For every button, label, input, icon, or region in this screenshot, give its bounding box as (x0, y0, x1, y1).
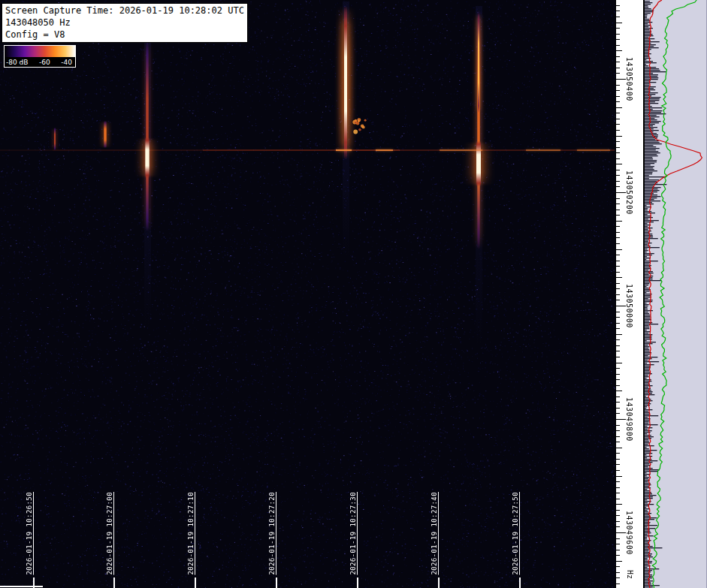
time-axis-tick (195, 577, 196, 588)
frequency-axis-label: 143049600 (625, 511, 633, 555)
colorbar-min-label: -80 dB (6, 59, 28, 66)
time-axis-label: 2026-01-19 10:27:40 (431, 492, 438, 575)
frequency-unit-label: Hz (626, 570, 634, 579)
time-axis-tick (519, 577, 521, 588)
frequency-axis-label: 143050000 (625, 284, 633, 328)
time-axis-label: 2026-01-19 10:27:50 (512, 492, 519, 575)
time-axis-label: 2026-01-19 10:27:20 (268, 492, 276, 575)
frequency-axis: Hz 1430504001430502001430500001430498001… (615, 0, 643, 588)
info-box: Screen Capture Time: 2026-01-19 10:28:02… (2, 3, 248, 43)
colorbar-legend: -80 dB -60 -40 (4, 45, 76, 68)
colorbar-max-label: -40 (61, 59, 72, 66)
capture-time-text: Screen Capture Time: 2026-01-19 10:28:02… (5, 5, 244, 17)
time-axis-label: 2026-01-19 10:27:30 (349, 492, 357, 575)
time-axis-label: 2026-01-19 10:27:10 (187, 492, 195, 575)
bottom-edge-line (0, 586, 43, 587)
time-axis-tick (438, 577, 440, 588)
frequency-axis-label: 143050200 (625, 170, 633, 215)
time-axis-label: 2026-01-19 10:27:00 (106, 492, 113, 575)
colorbar-gradient (5, 46, 75, 57)
colorbar-mid-label: -60 (39, 59, 50, 66)
config-text: Config = V8 (5, 29, 244, 41)
center-frequency-text: 143048050 Hz (5, 17, 244, 29)
time-axis-tick (276, 577, 277, 588)
time-axis-label: 2026-01-19 10:26:50 (26, 492, 33, 575)
time-axis-tick (357, 577, 358, 588)
time-axis: 2026-01-19 10:26:502026-01-19 10:27:0020… (0, 0, 615, 588)
spectrum-side-panel-canvas (645, 0, 707, 588)
frequency-axis-label: 143049800 (625, 397, 633, 442)
colorbar-labels: -80 dB -60 -40 (5, 57, 75, 67)
spectrogram-screen-capture: 2026-01-19 10:26:502026-01-19 10:27:0020… (0, 0, 707, 588)
frequency-axis-label: 143050400 (625, 57, 633, 101)
time-axis-tick (113, 577, 115, 588)
